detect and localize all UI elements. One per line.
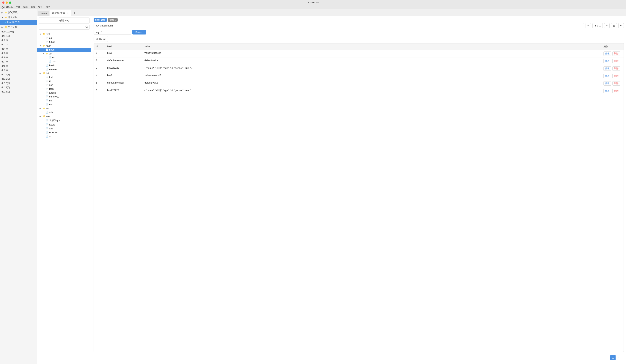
table-row: 4key1valuevalueasdf修改删除 [94,72,624,80]
cell-value: valuevalueasdf [142,50,601,57]
cell-id: 5 [94,80,105,87]
edit-row-button[interactable]: 修改 [603,81,611,85]
ttl-edit-button[interactable]: ✎ [604,23,610,28]
tree-item-json[interactable]: 📄 json [37,87,91,91]
ttl-value: ttl : -1 [594,24,601,27]
chevron-down-icon: ▼ [39,45,42,47]
key-list-header: 创建 Key [37,16,91,31]
tab-add-button[interactable]: + [72,10,77,16]
tree-item-label: aaadd [49,91,56,94]
db-item-db7[interactable]: db7(0) [0,59,37,64]
db-item-db13[interactable]: db13(0) [0,85,37,89]
menu-help[interactable]: 帮助 [46,6,50,9]
tree-item-5452[interactable]: 📄 5452 [37,40,91,44]
edit-row-button[interactable]: 修改 [603,51,611,56]
delete-row-button[interactable]: 删除 [612,89,620,93]
key-edit-button[interactable]: ✎ [586,23,591,28]
tree-item-label: 5452 [49,40,55,43]
db-item-db12[interactable]: db12(0) [0,81,37,85]
tree-item-fed[interactable]: 📄 fed [37,75,91,79]
tree-item-label: zset [46,115,50,118]
tab-product-main[interactable]: 商品域-主库 ✕ [50,10,71,16]
delete-row-button[interactable]: 删除 [612,81,620,85]
db-item-db4[interactable]: db4(0) [0,47,37,51]
sidebar-item-test-env[interactable]: ▶ 📁 测试环境 [0,10,37,15]
delete-row-button[interactable]: 删除 [612,66,620,71]
edit-row-button[interactable]: 修改 [603,89,611,93]
tree-item-aa5[interactable]: 📄 aa5 [37,127,91,130]
sidebar-item-prod-env[interactable]: ▶ 📁 生产环境 [0,25,37,30]
tree-item-efefeww3[interactable]: 📄 efefeww3 [37,95,91,99]
tree-item-label: a1a [49,111,53,114]
db-item-db0[interactable]: db0(10001) [0,30,37,34]
sidebar-item-product-main[interactable]: ● 商品域-主库 [0,20,37,25]
tree-item-hash-folder[interactable]: ▼ 📁 hash [37,44,91,48]
tab-close-icon[interactable]: ✕ [66,12,69,14]
tree-item-sort[interactable]: 📄 sort [37,83,91,87]
next-page-button[interactable]: › [616,355,622,360]
edit-row-button[interactable]: 修改 [603,59,611,63]
create-key-button[interactable]: 创建 Key [39,18,90,24]
tree-item-hhh[interactable]: 📄 hhh [37,103,91,107]
db-item-db5[interactable]: db5(0) [0,51,37,55]
tree-item-a1a[interactable]: 📄 a1a [37,110,91,114]
close-button[interactable] [2,1,4,4]
refresh-button[interactable]: ↻ [618,23,624,28]
tree-item-fafaqqq[interactable]: 📄 发发发qqq [37,118,91,123]
minimize-button[interactable] [6,1,8,4]
file-icon: 📄 [49,56,51,59]
menu-app[interactable]: QuickRedis [1,6,13,9]
maximize-button[interactable] [9,1,11,4]
menu-file[interactable]: 文件 [16,6,20,9]
tree-item-efefefe[interactable]: 📄 efefefe [37,67,91,71]
tree-item-list-folder[interactable]: ▶ 📁 list [37,71,91,75]
tree-item-set-folder2[interactable]: ▶ 📁 set [37,107,91,110]
tree-item-set-folder[interactable]: ▼ 📁 set [37,52,91,56]
query-key-input[interactable] [94,30,131,35]
tree-item-zset-folder[interactable]: ▶ 📁 zset [37,114,91,118]
db-item-db8[interactable]: db8(0) [0,64,37,68]
tree-item-hash2[interactable]: 📄 hash [37,63,91,67]
tab-home[interactable]: Home [38,11,49,16]
db-item-db2[interactable]: db2(3) [0,38,37,42]
edit-row-button[interactable]: 修改 [603,66,611,71]
tree-item-listlistlist[interactable]: 📄 listlistlist [37,130,91,134]
delete-row-button[interactable]: 删除 [612,51,620,56]
db-item-db6[interactable]: db6(0) [0,55,37,59]
tree-item-aaadd[interactable]: 📄 aaadd [37,91,91,95]
tree-item-rr[interactable]: 📄 rr [37,79,91,83]
search-button[interactable]: Search [132,30,146,35]
db-item-db14[interactable]: db14(0) [0,89,37,94]
sidebar-item-dev-env[interactable]: ▼ 📂 开发环境 [0,15,37,20]
menu-window[interactable]: 窗口 [38,6,43,9]
delete-key-button[interactable]: 🗑 [611,23,617,28]
tree-item-hash-file[interactable]: 📄 hash [37,48,91,52]
db-item-db11[interactable]: db11(0) [0,77,37,81]
delete-row-button[interactable]: 删除 [612,74,620,78]
db-item-db3[interactable]: db3(2) [0,42,37,47]
edit-row-button[interactable]: 修改 [603,74,611,78]
tree-item-ss[interactable]: 📄 ss [37,56,91,59]
tree-item-105[interactable]: 📄 105 [37,59,91,63]
tree-item-test[interactable]: ▼ 📁 test [37,32,91,36]
key-search-input[interactable] [39,25,84,29]
db-item-db9[interactable]: db9(0) [0,68,37,72]
db-item-db10[interactable]: db10(7) [0,72,37,77]
tree-item-a12a[interactable]: 📄 a12a [37,123,91,127]
tree-item-a[interactable]: 📄 a [37,134,91,138]
menu-edit[interactable]: 编辑 [23,6,28,9]
key-search-button[interactable] [84,25,89,30]
more-databases[interactable]: ... [0,94,37,99]
menu-view[interactable]: 查看 [31,6,35,9]
tree-item-aa[interactable]: 📄 aa [37,36,91,40]
tree-item-str[interactable]: 📄 str [37,99,91,103]
delete-row-button[interactable]: 删除 [612,59,620,63]
cell-field: default-member [105,80,142,87]
add-record-button[interactable]: 添加记录 [94,36,108,42]
file-icon: 📄 [46,92,48,94]
tree-item-label: efefefe [49,68,57,71]
total-badge: total: 3 [108,18,118,22]
page-1-button[interactable]: 1 [610,355,616,360]
prev-page-button[interactable]: ‹ [604,355,610,360]
db-item-db1[interactable]: db1(13) [0,34,37,38]
